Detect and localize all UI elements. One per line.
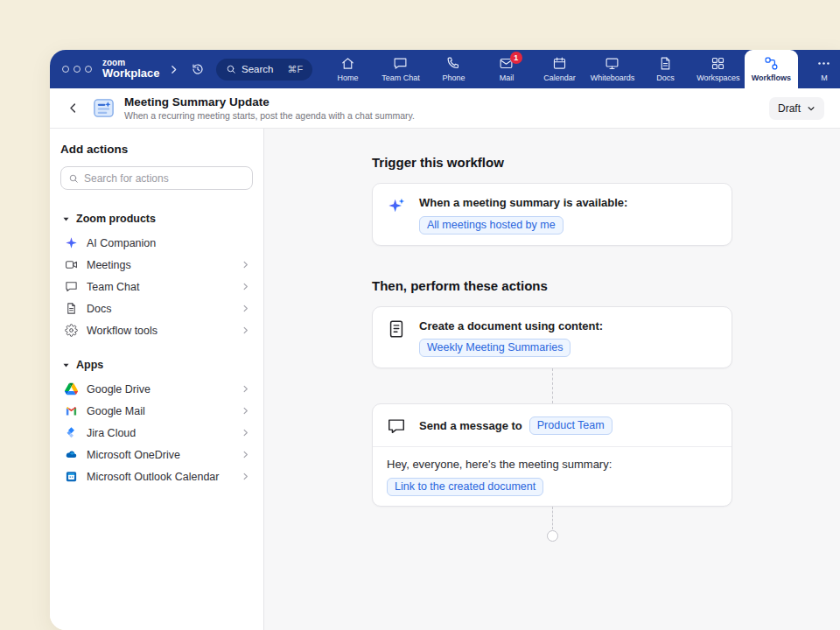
workflow-end-node [547, 530, 558, 542]
home-icon [340, 56, 355, 71]
trigger-text: When a meeting summary is available: [419, 195, 627, 211]
message-link-chip[interactable]: Link to the created document [387, 478, 543, 496]
message-body-text: Hey, everyone, here's the meeting summar… [387, 458, 718, 471]
mail-badge: 1 [510, 52, 522, 64]
zoom-workplace-logo: zoom Workplace [102, 50, 165, 88]
sidebar-item-google-mail[interactable]: Google Mail [60, 400, 253, 422]
sidebar-item-meetings[interactable]: Meetings [60, 254, 253, 276]
sidebar-heading: Add actions [60, 143, 253, 156]
actions-sidebar: Add actions Zoom products AI Companion [50, 129, 264, 630]
draft-status-dropdown[interactable]: Draft [769, 97, 824, 120]
sidebar-item-workflow-tools[interactable]: Workflow tools [60, 319, 253, 341]
history-icon[interactable] [188, 50, 207, 88]
brand-line2: Workplace [102, 67, 165, 80]
nav-item-whiteboards[interactable]: Whiteboards [586, 50, 640, 88]
section-zoom-products[interactable]: Zoom products [60, 211, 253, 227]
section-label: Apps [76, 359, 103, 371]
sidebar-search-input[interactable] [84, 172, 245, 185]
sidebar-item-microsoft-outlook-calendar[interactable]: Microsoft Outlook Calendar [60, 466, 253, 487]
sidebar-item-ai-companion[interactable]: AI Companion [60, 232, 253, 254]
window-control-zoom[interactable] [85, 66, 92, 73]
send-message-text: Send a message to [419, 418, 522, 434]
actions-heading: Then, perform these actions [372, 278, 732, 293]
item-label: Jira Cloud [87, 427, 232, 439]
item-label: AI Companion [87, 237, 250, 249]
chevron-right-icon [241, 406, 250, 416]
window-control-minimize[interactable] [74, 66, 80, 73]
google-drive-icon [65, 382, 78, 396]
item-label: Team Chat [87, 281, 232, 293]
chevron-right-icon [241, 282, 250, 291]
section-apps[interactable]: Apps [60, 357, 253, 373]
nav-item-team-chat[interactable]: Team Chat [374, 50, 428, 88]
chevron-right-icon [241, 304, 250, 313]
window-controls[interactable] [62, 50, 92, 88]
section-label: Zoom products [76, 213, 156, 225]
nav-label: Home [337, 74, 358, 82]
draft-label: Draft [778, 102, 801, 115]
docs-icon [658, 56, 673, 71]
workflow-canvas: Trigger this workflow When a meeting sum… [264, 129, 840, 630]
workflow-connector [552, 507, 553, 529]
meetings-icon [65, 258, 78, 271]
workflow-subtitle: When a recurring meeting starts, post th… [124, 110, 415, 122]
message-bubble-icon [387, 416, 406, 436]
meeting-summary-icon [92, 96, 116, 120]
nav-label: Workflows [752, 74, 791, 82]
nav-item-workspaces[interactable]: Workspaces [692, 50, 746, 88]
chevron-right-icon [241, 384, 250, 394]
nav-label: M [821, 74, 828, 82]
sidebar-item-team-chat[interactable]: Team Chat [60, 276, 253, 298]
item-label: Microsoft OneDrive [87, 449, 232, 461]
nav-item-workflows[interactable]: Workflows [745, 50, 798, 88]
send-message-card[interactable]: Send a message to Product Team Hey, ever… [372, 403, 732, 507]
workflow-title: Meeting Summary Update [124, 95, 415, 109]
nav-label: Team Chat [382, 74, 420, 82]
nav-label: Whiteboards [591, 74, 635, 82]
nav-item-more-partial[interactable]: M [798, 50, 840, 88]
collapse-chevron-icon[interactable] [165, 50, 181, 88]
sidebar-search[interactable] [60, 166, 253, 190]
chevron-right-icon [241, 450, 250, 459]
nav-label: Workspaces [696, 74, 739, 82]
nav-item-mail[interactable]: 1 Mail [480, 50, 534, 88]
window-control-close[interactable] [62, 66, 69, 73]
create-doc-chip[interactable]: Weekly Meeting Summaries [419, 339, 570, 357]
trigger-card[interactable]: When a meeting summary is available: All… [372, 183, 732, 246]
workflow-connector [552, 368, 553, 403]
more-dots-icon [816, 56, 831, 71]
top-nav-bar: zoom Workplace Search ⌘F Home Team Chat [50, 50, 840, 88]
jira-icon [65, 426, 78, 439]
chevron-right-icon [241, 472, 250, 481]
search-shortcut: ⌘F [287, 64, 303, 75]
send-target-chip[interactable]: Product Team [529, 416, 612, 435]
search-icon [68, 173, 79, 184]
nav-item-calendar[interactable]: Calendar [533, 50, 586, 88]
chevron-down-icon [807, 104, 816, 113]
nav-label: Calendar [543, 74, 576, 82]
create-document-card[interactable]: Create a document using content: Weekly … [372, 306, 732, 369]
sidebar-item-google-drive[interactable]: Google Drive [60, 378, 253, 400]
workflows-icon [764, 56, 779, 71]
back-button[interactable] [62, 98, 83, 119]
sidebar-item-docs[interactable]: Docs [60, 298, 253, 319]
app-window: zoom Workplace Search ⌘F Home Team Chat [50, 50, 840, 630]
create-doc-text: Create a document using content: [419, 318, 603, 334]
caret-down-icon [62, 215, 70, 223]
ai-companion-icon [65, 236, 78, 249]
outlook-calendar-icon [65, 470, 78, 483]
team-chat-icon [65, 280, 78, 293]
nav-item-home[interactable]: Home [321, 50, 374, 88]
gear-icon [65, 324, 78, 337]
item-label: Workflow tools [87, 325, 232, 337]
nav-item-phone[interactable]: Phone [427, 50, 480, 88]
workflow-header: Meeting Summary Update When a recurring … [50, 88, 840, 129]
phone-icon [446, 56, 461, 71]
nav-label: Phone [442, 74, 465, 82]
sidebar-item-microsoft-onedrive[interactable]: Microsoft OneDrive [60, 444, 253, 466]
sidebar-item-jira-cloud[interactable]: Jira Cloud [60, 422, 253, 444]
global-search[interactable]: Search ⌘F [216, 59, 312, 80]
nav-item-docs[interactable]: Docs [639, 50, 692, 88]
onedrive-icon [65, 448, 78, 461]
trigger-scope-chip[interactable]: All meetings hosted by me [419, 216, 564, 234]
